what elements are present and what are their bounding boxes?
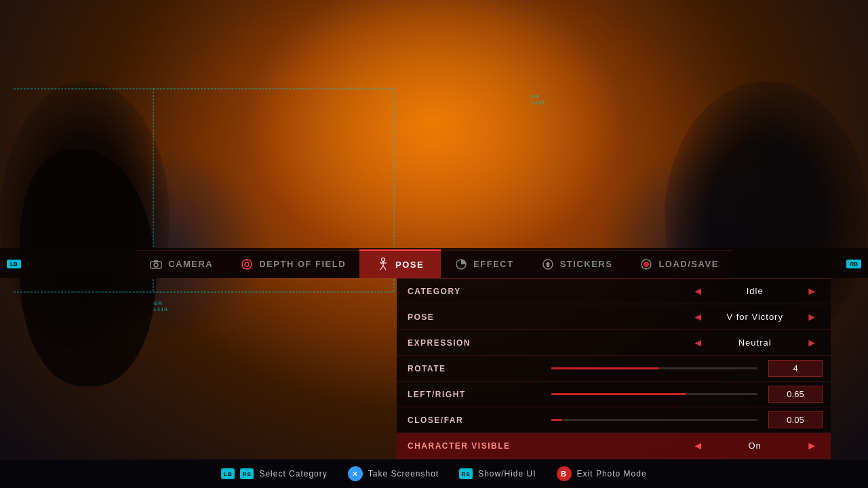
rs-button-1: RS <box>240 468 254 479</box>
rotate-controls: 4 <box>546 360 831 377</box>
pose-value: V for Victory <box>714 312 795 322</box>
exit-photo-mode-action: B Exit Photo Mode <box>557 466 647 481</box>
tab-effect-label: EFFECT <box>473 259 514 269</box>
tab-camera-label: CAMERA <box>168 259 213 269</box>
closefar-controls: 0.05 <box>546 411 831 428</box>
tab-camera[interactable]: CAMERA <box>136 250 226 278</box>
svg-line-11 <box>383 266 386 270</box>
category-value: Idle <box>714 286 795 296</box>
leftright-slider[interactable] <box>551 393 757 395</box>
closefar-slider[interactable] <box>551 419 757 421</box>
charvisible-row: CHARACTER VISIBLE ◄ On ► <box>397 433 831 459</box>
charvisible-next[interactable]: ► <box>801 437 823 455</box>
rotate-value: 4 <box>768 360 823 377</box>
b-button: B <box>557 466 572 481</box>
closefar-row: CLOSE/FAR 0.05 <box>397 407 831 433</box>
tab-effect[interactable]: EFFECT <box>441 250 528 278</box>
tab-depth[interactable]: DEPTH OF FIELD <box>226 250 359 278</box>
pose-row: POSE ◄ V for Victory ► <box>397 304 831 330</box>
panel: CATEGORY ◄ Idle ► POSE ◄ V for Victory ►… <box>397 278 831 459</box>
category-controls: ◄ Idle ► <box>546 283 831 300</box>
tab-loadsave-label: LOAD/SAVE <box>658 259 718 269</box>
crosshair-h1 <box>14 88 393 89</box>
leftright-controls: 0.65 <box>546 386 831 403</box>
select-category-label: Select Category <box>259 469 327 479</box>
tab-stickers[interactable]: STICKERS <box>528 250 627 278</box>
pose-controls: ◄ V for Victory ► <box>546 308 831 326</box>
stickers-icon <box>541 258 555 271</box>
lb-badge: LB <box>7 260 21 268</box>
ui-container: LB CAMERA DEPTH OF FIELD POSE <box>0 248 868 488</box>
tab-depth-label: DEPTH OF FIELD <box>259 259 346 269</box>
leftright-fill <box>551 393 686 395</box>
bottom-bar: LB RS Select Category ✕ Take Screenshot … <box>0 459 868 488</box>
leftright-label: LEFT/RIGHT <box>397 390 546 399</box>
svg-point-1 <box>154 263 158 267</box>
grid-label-1: GR1410 <box>530 94 545 106</box>
take-screenshot-action: ✕ Take Screenshot <box>348 466 439 481</box>
tab-stickers-label: STICKERS <box>560 259 613 269</box>
category-row: CATEGORY ◄ Idle ► <box>397 279 831 304</box>
select-category-action: LB RS Select Category <box>221 468 327 479</box>
pose-next[interactable]: ► <box>801 308 823 326</box>
camera-icon <box>149 258 163 271</box>
charvisible-label: CHARACTER VISIBLE <box>397 441 546 451</box>
pose-label: POSE <box>397 312 546 322</box>
expression-controls: ◄ Neutral ► <box>546 334 831 352</box>
expression-row: EXPRESSION ◄ Neutral ► <box>397 330 831 356</box>
expression-prev[interactable]: ◄ <box>687 334 709 352</box>
pose-icon <box>376 258 390 271</box>
tab-loadsave[interactable]: LOAD/SAVE <box>626 250 732 278</box>
expression-label: EXPRESSION <box>397 338 546 348</box>
category-next[interactable]: ► <box>801 283 823 300</box>
leftright-row: LEFT/RIGHT 0.65 <box>397 382 831 407</box>
svg-point-3 <box>242 260 252 269</box>
charvisible-prev[interactable]: ◄ <box>687 437 709 455</box>
category-prev[interactable]: ◄ <box>687 283 709 300</box>
rotate-slider[interactable] <box>551 367 757 369</box>
tab-pose-label: POSE <box>395 260 424 270</box>
closefar-fill <box>551 419 561 421</box>
expression-value: Neutral <box>714 338 795 348</box>
svg-rect-2 <box>154 260 158 262</box>
svg-point-15 <box>644 262 649 267</box>
effect-icon <box>454 258 468 271</box>
closefar-value: 0.05 <box>768 411 823 428</box>
depth-icon <box>240 258 254 271</box>
closefar-label: CLOSE/FAR <box>397 415 546 425</box>
leftright-value: 0.65 <box>768 386 823 403</box>
charvisible-controls: ◄ On ► <box>546 437 831 455</box>
take-screenshot-label: Take Screenshot <box>368 469 439 479</box>
exit-photo-label: Exit Photo Mode <box>577 469 647 479</box>
rs-button-2: RS <box>459 468 473 479</box>
rotate-fill <box>551 367 658 369</box>
charvisible-value: On <box>714 441 795 451</box>
rb-badge: RB <box>846 260 861 268</box>
show-hide-label: Show/Hide UI <box>478 469 536 479</box>
category-label: CATEGORY <box>397 287 546 296</box>
loadsave-icon <box>639 258 653 271</box>
svg-point-7 <box>382 258 385 262</box>
x-button: ✕ <box>348 466 363 481</box>
svg-line-10 <box>380 266 383 270</box>
lb-button: LB <box>221 468 235 479</box>
rotate-label: ROTATE <box>397 364 546 373</box>
svg-point-4 <box>245 262 249 266</box>
show-hide-ui-action: RS Show/Hide UI <box>459 468 536 479</box>
rotate-row: ROTATE 4 <box>397 356 831 382</box>
tab-pose[interactable]: POSE <box>359 249 441 278</box>
pose-prev[interactable]: ◄ <box>687 308 709 326</box>
tab-bar: LB CAMERA DEPTH OF FIELD POSE <box>0 248 868 278</box>
expression-next[interactable]: ► <box>801 334 823 352</box>
